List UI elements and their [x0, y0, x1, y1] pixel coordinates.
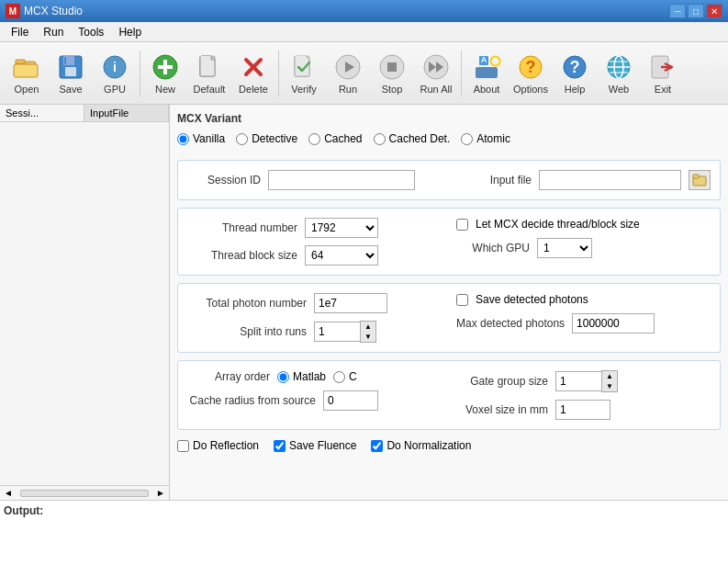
stop-button[interactable]: Stop — [371, 47, 413, 100]
split-runs-down[interactable]: ▼ — [361, 332, 375, 342]
save-button[interactable]: Save — [50, 47, 92, 100]
cache-radius-row: Cache radius from source — [187, 390, 442, 411]
array-section: Array order Matlab C Cache radius from s… — [177, 360, 721, 430]
scroll-left-arrow[interactable]: ◄ — [0, 488, 17, 498]
matlab-radio[interactable] — [277, 371, 289, 383]
gpu-label: GPU — [104, 84, 126, 95]
variant-options: Vanilla Detective Cached Cached Det. Ato… — [177, 130, 721, 153]
which-gpu-select[interactable]: 1 2 3 4 — [537, 238, 592, 258]
vanilla-radio[interactable] — [177, 133, 189, 145]
delete-button[interactable]: Delete — [232, 47, 274, 100]
cached-det-radio[interactable] — [374, 133, 386, 145]
stop-label: Stop — [382, 84, 403, 95]
menu-tools[interactable]: Tools — [71, 24, 111, 40]
title-bar-controls: ─ □ ✕ — [669, 4, 722, 18]
c-option[interactable]: C — [333, 370, 357, 383]
split-runs-label: Split into runs — [187, 325, 307, 338]
variant-detective[interactable]: Detective — [236, 132, 297, 145]
inputfile-tab[interactable]: InputFile — [84, 105, 169, 121]
variant-section: MCX Variant Vanilla Detective Cached Cac… — [177, 112, 721, 153]
save-fluence-group[interactable]: Save Fluence — [274, 439, 356, 452]
save-fluence-checkbox[interactable] — [274, 440, 286, 452]
menu-file[interactable]: File — [4, 24, 36, 40]
atomic-radio[interactable] — [461, 133, 473, 145]
split-runs-input[interactable] — [314, 322, 360, 342]
thread-number-select[interactable]: 1792 2048 4096 — [305, 218, 378, 238]
menu-run[interactable]: Run — [36, 24, 71, 40]
help-button[interactable]: ? Help — [554, 47, 596, 100]
run-button[interactable]: Run — [327, 47, 369, 100]
split-runs-spinner-buttons: ▲ ▼ — [360, 321, 376, 343]
split-runs-row: Split into runs ▲ ▼ — [187, 321, 442, 343]
let-mcx-decide-checkbox[interactable] — [456, 219, 468, 231]
scroll-right-arrow[interactable]: ► — [152, 488, 169, 498]
session-id-input[interactable] — [268, 170, 415, 190]
max-detected-row: Max detected photons — [456, 313, 711, 333]
session-tab[interactable]: Sessi... — [0, 105, 84, 121]
gate-group-spinner-buttons: ▲ ▼ — [601, 370, 618, 392]
max-detected-input[interactable] — [572, 313, 655, 333]
variant-vanilla[interactable]: Vanilla — [177, 132, 225, 145]
gpu-button[interactable]: i GPU — [94, 47, 136, 100]
voxel-size-input[interactable] — [555, 400, 610, 420]
minimize-button[interactable]: ─ — [669, 4, 686, 18]
sep3 — [461, 51, 462, 96]
new-button[interactable]: New — [144, 47, 186, 100]
gate-group-row: Gate group size ▲ ▼ — [456, 370, 711, 392]
web-icon — [604, 52, 633, 82]
save-detected-checkbox[interactable] — [456, 294, 468, 306]
open-label: Open — [15, 84, 39, 95]
do-normalization-checkbox[interactable] — [371, 440, 383, 452]
do-reflection-group[interactable]: Do Reflection — [177, 439, 259, 452]
maximize-button[interactable]: □ — [688, 4, 704, 18]
cached-det-label: Cached Det. — [389, 132, 451, 145]
cached-radio[interactable] — [308, 133, 320, 145]
about-button[interactable]: A About — [465, 47, 508, 100]
options-button[interactable]: ? Options — [510, 47, 552, 100]
svg-text:i: i — [113, 60, 117, 74]
runall-button[interactable]: Run All — [415, 47, 457, 100]
stop-icon — [377, 52, 407, 82]
split-runs-up[interactable]: ▲ — [361, 322, 375, 332]
output-content[interactable] — [4, 517, 724, 565]
detective-radio[interactable] — [236, 133, 248, 145]
cache-radius-input[interactable] — [323, 390, 378, 411]
variant-cached-det[interactable]: Cached Det. — [374, 132, 451, 145]
runall-icon — [421, 52, 451, 82]
verify-button[interactable]: Verify — [283, 47, 325, 100]
c-radio[interactable] — [333, 371, 345, 383]
horizontal-scrollbar[interactable] — [20, 490, 149, 497]
gate-group-input[interactable] — [555, 371, 601, 391]
array-order-row: Array order Matlab C — [187, 370, 442, 383]
variant-cached[interactable]: Cached — [308, 132, 362, 145]
svg-text:M: M — [9, 6, 17, 17]
run-label: Run — [339, 84, 357, 95]
gate-group-down[interactable]: ▼ — [602, 381, 617, 391]
web-button[interactable]: Web — [598, 47, 640, 100]
menu-help[interactable]: Help — [111, 24, 149, 40]
gate-group-up[interactable]: ▲ — [602, 371, 617, 381]
svg-rect-3 — [16, 60, 25, 63]
default-button[interactable]: Default — [188, 47, 230, 100]
variant-title: MCX Variant — [177, 112, 721, 125]
help-icon: ? — [560, 52, 589, 82]
atomic-label: Atomic — [476, 132, 510, 145]
variant-atomic[interactable]: Atomic — [461, 132, 510, 145]
session-row: Session ID Input file — [187, 170, 711, 190]
do-reflection-checkbox[interactable] — [177, 440, 189, 452]
options-label: Options — [513, 84, 548, 95]
matlab-option[interactable]: Matlab — [277, 370, 326, 383]
which-gpu-label: Which GPU — [456, 242, 530, 254]
do-normalization-group[interactable]: Do Normalization — [371, 439, 471, 452]
thread-block-select[interactable]: 64 128 256 — [305, 245, 378, 266]
menu-bar: File Run Tools Help — [0, 22, 728, 42]
sep1 — [140, 51, 140, 96]
close-button[interactable]: ✕ — [706, 4, 722, 18]
input-file-browse-button[interactable] — [689, 170, 711, 190]
open-button[interactable]: Open — [6, 47, 48, 100]
input-file-input[interactable] — [539, 170, 681, 190]
exit-button[interactable]: Exit — [642, 47, 684, 100]
cached-label: Cached — [324, 132, 362, 145]
total-photon-input[interactable] — [314, 293, 387, 313]
run-icon — [333, 52, 363, 82]
